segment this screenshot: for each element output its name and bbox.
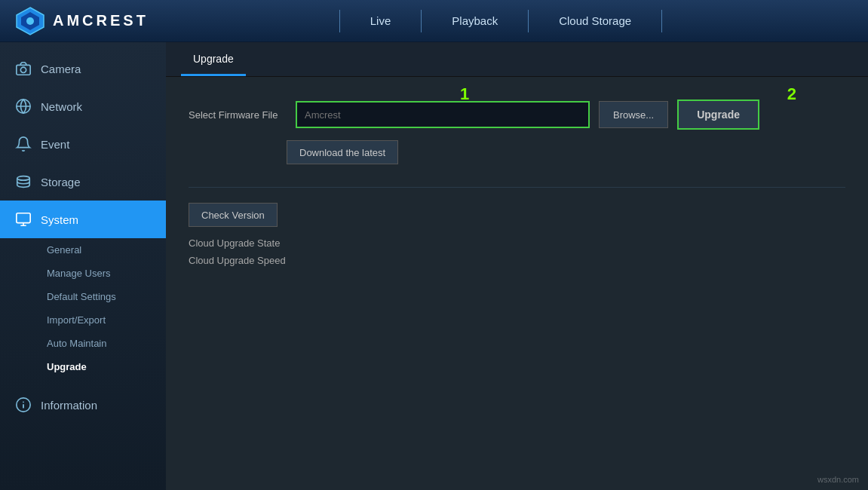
camera-icon [15, 60, 32, 77]
submenu-import-export[interactable]: Import/Export [39, 308, 166, 332]
logo-text: AMCREST [53, 12, 149, 29]
content-area: 1 2 Select Firmware File Browse... Upgra… [166, 77, 868, 490]
upgrade-button[interactable]: Upgrade [677, 100, 759, 130]
divider [189, 187, 845, 188]
submenu-auto-maintain[interactable]: Auto Maintain [39, 332, 166, 355]
nav-playback[interactable]: Playback [422, 10, 529, 32]
header: AMCREST Live Playback Cloud Storage [0, 0, 868, 42]
sub-menu: General Manage Users Default Settings Im… [0, 238, 166, 378]
submenu-default-settings[interactable]: Default Settings [39, 285, 166, 308]
nav-live[interactable]: Live [339, 10, 422, 32]
sidebar-item-event[interactable]: Event [0, 125, 166, 163]
submenu-general[interactable]: General [39, 238, 166, 262]
sidebar-item-network[interactable]: Network [0, 87, 166, 125]
tab-upgrade[interactable]: Upgrade [181, 42, 246, 76]
sidebar-storage-label: Storage [41, 176, 81, 188]
sidebar-event-label: Event [41, 138, 69, 151]
main-layout: Camera Network Event Storage [0, 42, 868, 490]
browse-button[interactable]: Browse... [599, 101, 668, 128]
sidebar-information-label: Information [41, 399, 97, 412]
svg-point-2 [26, 17, 34, 25]
tab-bar: Upgrade [166, 42, 868, 77]
annotation-2: 2 [787, 84, 796, 104]
cloud-upgrade-speed-label: Cloud Upgrade Speed [189, 255, 286, 266]
header-nav: Live Playback Cloud Storage [149, 10, 853, 32]
sidebar-system-label: System [41, 213, 78, 226]
sidebar-item-storage[interactable]: Storage [0, 163, 166, 201]
information-icon [15, 397, 32, 413]
submenu-upgrade[interactable]: Upgrade [39, 355, 166, 378]
cloud-upgrade-state-label: Cloud Upgrade State [189, 237, 280, 249]
check-version-row: Check Version [189, 203, 845, 237]
download-latest-button[interactable]: Download the latest [287, 140, 398, 164]
main-content: Upgrade 1 2 Select Firmware File Browse.… [166, 42, 868, 490]
cloud-upgrade-speed-row: Cloud Upgrade Speed [189, 255, 845, 266]
sidebar-item-information[interactable]: Information [0, 386, 166, 424]
storage-icon [15, 173, 32, 190]
network-icon [15, 98, 32, 115]
sidebar-item-system[interactable]: System [0, 201, 166, 238]
sidebar-item-camera[interactable]: Camera [0, 50, 166, 87]
annotation-1: 1 [460, 84, 469, 104]
svg-rect-7 [17, 213, 30, 223]
submenu-manage-users[interactable]: Manage Users [39, 262, 166, 285]
cloud-upgrade-state-row: Cloud Upgrade State [189, 237, 845, 249]
sidebar-camera-label: Camera [41, 63, 81, 75]
svg-point-6 [17, 176, 30, 181]
firmware-label: Select Firmware File [189, 109, 287, 121]
svg-point-4 [20, 67, 26, 72]
system-icon [15, 211, 32, 228]
check-version-button[interactable]: Check Version [189, 203, 278, 227]
logo-area: AMCREST [15, 6, 149, 36]
download-latest-row: Download the latest [189, 140, 845, 164]
watermark: wsxdn.com [817, 475, 859, 484]
sidebar: Camera Network Event Storage [0, 42, 166, 490]
firmware-row: Select Firmware File Browse... Upgrade [189, 100, 845, 130]
event-icon [15, 136, 32, 152]
amcrest-logo-icon [15, 6, 45, 36]
sidebar-network-label: Network [41, 100, 82, 113]
nav-cloud-storage[interactable]: Cloud Storage [529, 10, 662, 32]
firmware-input[interactable] [296, 101, 590, 128]
